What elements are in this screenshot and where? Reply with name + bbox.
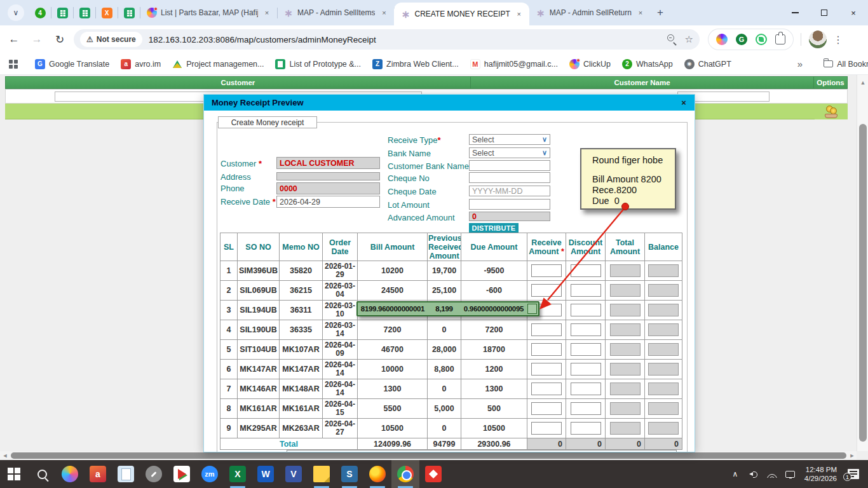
partial-next-row-input[interactable] [287,450,677,452]
discount-amount-input[interactable] [571,402,601,415]
receive-amount-input[interactable] [531,323,562,336]
zoom-icon[interactable]: zm [196,460,224,488]
kmplayer-icon[interactable] [168,460,196,488]
bookmark-gmail[interactable]: Mhafijmit05@gmail.c... [465,57,564,72]
firefox-icon[interactable] [363,460,391,488]
cast-icon[interactable] [783,460,797,488]
receive-amount-input[interactable] [531,284,562,297]
wifi-icon[interactable] [765,460,779,488]
cheque-date-input[interactable] [469,186,550,196]
tab-create-money-receipt[interactable]: ∗ CREATE MONEY RECEIPT × [394,3,529,25]
discount-amount-input[interactable] [571,264,601,277]
modal-header[interactable]: Money Receipt Preview × [204,95,695,111]
all-bookmarks-button[interactable]: All Bookmarks [818,57,868,72]
discount-amount-input[interactable] [571,422,601,435]
bank-name-select[interactable]: Select∨ [469,147,550,158]
forward-icon[interactable]: → [28,30,46,48]
bookmarks-overflow-icon[interactable]: » [797,58,803,69]
vertical-scrollbar[interactable]: ▲ [857,75,868,451]
bookmark-chatgpt[interactable]: ✳ChatGPT [679,57,737,72]
receive-amount-input[interactable] [531,264,562,277]
discount-amount-input[interactable] [571,343,601,356]
copilot-icon[interactable] [56,460,84,488]
bookmark-project-management[interactable]: Project managemen... [166,57,269,72]
discount-amount-input[interactable] [571,383,601,395]
modal-close-icon[interactable]: × [678,97,689,108]
avro-keyboard-icon[interactable]: a [84,460,112,488]
bookmark-google-translate[interactable]: GGoogle Translate [29,57,115,72]
pinned-tab-whatsapp[interactable]: 4 [29,2,51,24]
tab-close-icon[interactable]: × [635,8,646,18]
receive-date-input[interactable]: 2026-04-29 [276,196,380,208]
extensions-puzzle-icon[interactable] [775,34,785,44]
maximize-button[interactable] [810,0,839,25]
visio-icon[interactable]: V [280,460,308,488]
bookmark-zimbra[interactable]: ZZimbra Web Client... [367,57,465,72]
scroll-up-icon[interactable]: ▲ [857,78,868,88]
bookmark-prototype-list[interactable]: List of Prototype &... [269,57,367,72]
taskbar-clock[interactable]: 12:48 PM 4/29/2026 [804,465,837,483]
back-icon[interactable]: ← [5,30,23,48]
customer-bank-input[interactable] [469,160,550,171]
bookmark-whatsapp[interactable]: 2WhatsApp [616,57,679,72]
discount-amount-input[interactable] [571,304,601,316]
tab-parts-bazar[interactable]: List | Parts Bazar, MAP (Hafij × [140,2,277,24]
sticky-notes-icon[interactable] [308,460,336,488]
excel-icon[interactable]: X [224,460,252,488]
options-cell[interactable] [815,104,848,119]
tab-close-icon[interactable]: × [514,9,524,19]
reload-icon[interactable]: ↻ [51,30,69,48]
security-chip[interactable]: ⚠ Not secure [80,32,142,47]
red-diamond-app-icon[interactable] [419,460,447,488]
s-app-icon[interactable]: S [336,460,363,488]
browser-menu-icon[interactable]: ⋮ [833,34,843,46]
clickup-extension-icon[interactable] [716,34,728,45]
speaker-icon[interactable] [747,460,761,488]
horizontal-scrollbar[interactable]: ◄ ► [0,451,857,460]
url-text[interactable]: 182.163.102.203:8086/map/customers/admin… [149,35,660,44]
whatsapp-desktop-icon[interactable] [140,460,168,488]
receive-type-select[interactable]: Select∨ [469,134,550,145]
tab-close-icon[interactable]: × [379,8,389,18]
bookmark-avro[interactable]: aavro.im [115,57,166,72]
profile-avatar[interactable] [809,30,827,48]
zoom-out-icon[interactable] [667,34,677,44]
bookmark-star-icon[interactable]: ☆ [685,34,693,45]
scroll-right-icon[interactable]: ► [848,451,857,460]
lot-amount-input[interactable] [469,199,550,210]
receive-amount-input[interactable] [531,402,562,415]
distribute-button[interactable]: DISTRIBUTE [469,223,519,233]
new-tab-button[interactable]: + [657,6,663,19]
tab-admin-sellitems[interactable]: ∗ MAP - Admin SellItems × [277,2,394,24]
pinned-tab-sheets-2[interactable] [74,2,95,24]
scroll-left-icon[interactable]: ◄ [1,451,10,460]
horizontal-scroll-thumb[interactable] [11,452,846,459]
receive-amount-input[interactable] [531,343,562,356]
tray-chevron-icon[interactable]: ∧ [728,460,742,488]
taskbar-search-icon[interactable] [28,460,56,488]
pinned-tab-sheets-1[interactable] [51,2,73,24]
pinned-tab-sheets-3[interactable] [118,2,140,24]
notepad-icon[interactable] [112,460,140,488]
cheque-no-input[interactable] [469,172,550,183]
minimize-button[interactable] [780,0,810,25]
pinned-tab-xampp[interactable]: X [96,2,118,24]
tab-admin-sellreturn[interactable]: ∗ MAP - Admin SellReturn × [529,2,651,24]
money-receipt-icon[interactable] [824,105,839,118]
leaf-extension-icon[interactable] [756,34,767,45]
chrome-taskbar-icon[interactable] [391,460,419,488]
tab-search-chevron-icon[interactable]: ∨ [8,4,24,21]
grammarly-extension-icon[interactable]: G [736,34,747,45]
start-button[interactable] [0,460,28,488]
discount-amount-input[interactable] [571,284,601,297]
address-bar[interactable]: ⚠ Not secure 182.163.102.203:8086/map/cu… [74,29,700,50]
receive-amount-input[interactable] [531,422,562,435]
word-icon[interactable]: W [252,460,280,488]
notification-center-icon[interactable]: 1 [844,460,863,488]
close-window-button[interactable]: × [839,0,868,25]
bookmark-clickup[interactable]: ClickUp [564,57,616,72]
tab-close-icon[interactable]: × [262,8,272,18]
discount-amount-input[interactable] [571,323,601,336]
receive-amount-input[interactable] [531,383,562,395]
vertical-scroll-thumb[interactable] [859,124,867,442]
